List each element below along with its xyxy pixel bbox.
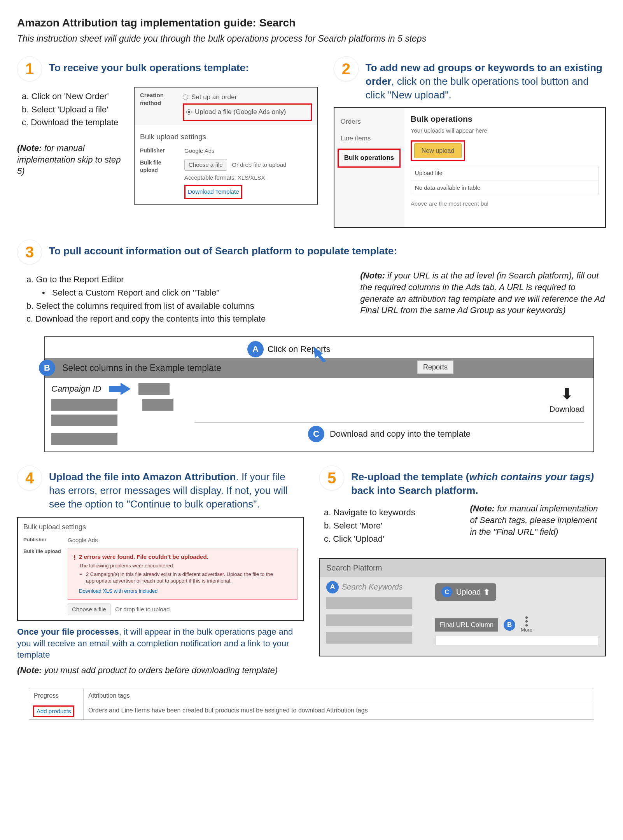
radio-setup-order[interactable] (183, 94, 188, 100)
badge-b: B (39, 360, 55, 376)
error-icon: ! (74, 553, 76, 562)
arrow-right-icon (109, 382, 131, 396)
nav-orders[interactable]: Orders (334, 114, 404, 130)
step-5-title: Re-upload the template (which contains y… (351, 470, 606, 497)
page-title: Amazon Attribution tag implementation gu… (17, 16, 606, 30)
step-1-title: To receive your bulk operations template… (49, 61, 249, 75)
step-1-bullets: a. Click on 'New Order' b. Select 'Uploa… (22, 91, 126, 128)
upload-icon: ⬆ (483, 586, 490, 598)
arrow-down-icon: ⬇ (550, 384, 584, 404)
add-products-link[interactable]: Add products (33, 705, 74, 717)
page-subtitle: This instruction sheet will guide you th… (17, 33, 606, 45)
badge-b2: B (504, 619, 515, 631)
step-2-panel: Orders Line items Bulk operations Bulk o… (334, 107, 606, 228)
step-4-after: Once your file processes, it will appear… (17, 626, 304, 661)
svg-marker-1 (109, 383, 131, 395)
download-errors-link[interactable]: Download XLS with errors included (79, 588, 292, 595)
arrow-diagonal-icon (313, 346, 329, 362)
nav-line-items[interactable]: Line items (334, 130, 404, 147)
more-menu[interactable]: More (521, 616, 532, 634)
step-3-note: (Note: if your URL is at the ad level (i… (360, 270, 606, 331)
step-3-diagram: A Click on Reports B Select columns in t… (44, 336, 594, 452)
step-1-badge: 1 (17, 56, 42, 81)
choose-file-button-2[interactable]: Choose a file (68, 604, 110, 615)
step-1-panel: Creation method Set up an order Upload a… (134, 87, 318, 205)
final-url-column: Final URL Column (435, 618, 498, 632)
new-upload-button[interactable]: New upload (414, 143, 462, 159)
step-4-badge: 4 (17, 466, 42, 490)
radio-upload-file[interactable] (186, 109, 192, 115)
step-5-bullets: a. Navigate to keywords b. Select 'More'… (324, 507, 460, 546)
upload-button[interactable]: C Upload ⬆ (435, 583, 496, 601)
badge-a: A (247, 341, 264, 357)
nav-bulk-operations[interactable]: Bulk operations (341, 151, 397, 165)
step-3-badge: 3 (17, 240, 42, 264)
bottom-strip: Progress Attribution tags Add products O… (29, 688, 594, 720)
step-1-note: (Note: for manual implementation skip to… (17, 142, 126, 177)
svg-marker-0 (313, 346, 327, 362)
badge-c: C (308, 426, 324, 442)
choose-file-button[interactable]: Choose a file (184, 159, 227, 171)
download-template-link[interactable]: Download Template (188, 188, 239, 195)
step-4-panel: Bulk upload settings Publisher Google Ad… (17, 517, 304, 621)
step-4-title: Upload the file into Amazon Attribution.… (49, 470, 304, 511)
reports-button[interactable]: Reports (417, 360, 453, 374)
step-3-bullets: a. Go to the Report Editor • Select a Cu… (26, 274, 345, 325)
step-5-note: (Note: for manual implementation of Sear… (470, 503, 606, 552)
step-2-title: To add new ad groups or keywords to an e… (366, 61, 606, 102)
step-4-note: (Note: you must add product to orders be… (17, 665, 304, 676)
step-5-panel: Search Platform A Search Keywords C Uplo… (319, 558, 606, 657)
step-5-badge: 5 (319, 466, 344, 490)
step-2-badge: 2 (334, 56, 359, 81)
step-3-title: To pull account information out of Searc… (49, 244, 397, 258)
badge-a2: A (326, 581, 339, 593)
